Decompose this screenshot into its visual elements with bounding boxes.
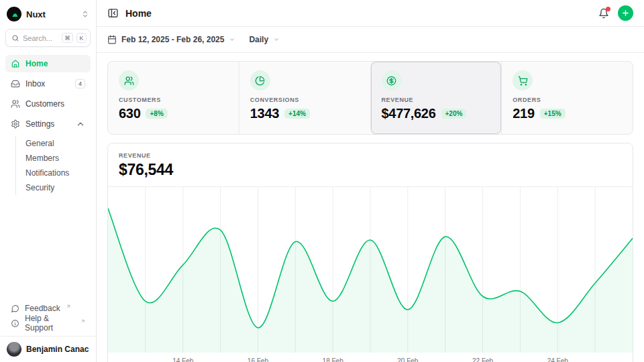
external-link-icon [66, 304, 71, 309]
dollar-circle-icon [382, 70, 402, 90]
sidebar-item-security[interactable]: Security [25, 180, 91, 195]
chevron-down-icon [273, 36, 280, 43]
search-input[interactable]: Search... ⌘ K [5, 29, 91, 47]
period-select[interactable]: Daily [249, 35, 280, 44]
stat-card-revenue[interactable]: REVENUE $477,626 +20% [370, 62, 502, 134]
chart-current-value: $76,544 [119, 161, 622, 179]
user-avatar [7, 342, 21, 357]
kbd-k: K [76, 33, 87, 43]
sidebar-item-customers[interactable]: Customers [5, 95, 91, 113]
notifications-button[interactable] [598, 8, 609, 19]
chart-plot-area[interactable] [108, 187, 633, 353]
collapse-sidebar-button[interactable] [107, 7, 119, 19]
stat-card-orders[interactable]: ORDERS 219 +15% [501, 62, 633, 134]
x-tick-label: 24 Feb [547, 357, 568, 362]
sidebar: Nuxt Search... ⌘ K Home Inbox 4 Customer… [0, 0, 97, 362]
delta-badge: +15% [540, 109, 566, 119]
delta-badge: +8% [146, 109, 167, 119]
feedback-bubble-icon [11, 304, 19, 313]
delta-badge: +20% [441, 109, 467, 119]
cart-icon [513, 70, 533, 90]
help-support-label: Help & Support [25, 314, 75, 333]
users-icon [11, 99, 20, 109]
sidebar-item-label: Settings [25, 119, 54, 129]
sidebar-item-home[interactable]: Home [5, 55, 91, 72]
sidebar-item-general[interactable]: General [25, 136, 91, 151]
x-tick-label: 22 Feb [472, 357, 493, 362]
page-title: Home [125, 8, 152, 19]
inbox-icon [11, 79, 20, 88]
page-content: CUSTOMERS 630 +8% CONVERSIONS 1343 +14% [97, 53, 644, 362]
stat-label: CUSTOMERS [119, 97, 228, 103]
feedback-label: Feedback [25, 304, 60, 313]
stat-label: CONVERSIONS [250, 97, 360, 103]
filters-toolbar: Feb 12, 2025 - Feb 26, 2025 Daily [97, 27, 644, 53]
revenue-chart-panel: REVENUE $76,544 14 Feb16 Feb18 Feb20 Feb… [107, 143, 633, 362]
chevron-up-icon [76, 119, 85, 129]
chevrons-up-down-icon [81, 10, 89, 18]
sidebar-item-inbox[interactable]: Inbox 4 [5, 75, 91, 93]
sidebar-spacer [0, 196, 96, 301]
stat-card-conversions[interactable]: CONVERSIONS 1343 +14% [239, 62, 370, 134]
header-actions [598, 5, 633, 21]
x-tick-label: 14 Feb [172, 357, 193, 362]
gear-icon [11, 119, 20, 129]
chart-header: REVENUE $76,544 [108, 143, 633, 187]
delta-badge: +14% [284, 109, 310, 119]
panel-left-close-icon [107, 7, 119, 19]
inbox-count-badge: 4 [75, 79, 85, 89]
search-placeholder: Search... [23, 34, 58, 42]
users-icon [119, 70, 139, 90]
sidebar-item-members[interactable]: Members [25, 151, 91, 166]
period-value: Daily [249, 35, 268, 44]
sidebar-item-label: Home [25, 59, 48, 68]
info-circle-icon [11, 319, 19, 328]
main-area: Home Feb 12, 2025 - Feb 26, 2025 Daily [97, 0, 644, 362]
stat-value: 219 [513, 106, 534, 121]
plus-icon [621, 9, 630, 17]
stat-value: 630 [119, 106, 140, 121]
stats-panel: CUSTOMERS 630 +8% CONVERSIONS 1343 +14% [107, 61, 633, 135]
revenue-area-chart [108, 187, 633, 353]
user-menu[interactable]: Benjamin Canac [0, 336, 96, 362]
workspace-switcher[interactable]: Nuxt [0, 0, 96, 27]
sidebar-item-label: Customers [25, 99, 64, 109]
user-name: Benjamin Canac [26, 345, 89, 354]
add-button[interactable] [618, 5, 633, 21]
sidebar-item-settings[interactable]: Settings [5, 115, 91, 133]
kbd-cmd: ⌘ [62, 33, 73, 43]
stat-value: 1343 [250, 106, 279, 121]
chevron-down-icon [229, 36, 235, 43]
x-tick-label: 16 Feb [248, 357, 268, 362]
stat-label: REVENUE [382, 97, 491, 103]
notification-dot [606, 7, 610, 11]
help-support-link[interactable]: Help & Support [5, 316, 91, 330]
sidebar-item-notifications[interactable]: Notifications [25, 166, 91, 180]
x-tick-label: 18 Feb [323, 357, 343, 362]
stat-card-customers[interactable]: CUSTOMERS 630 +8% [108, 62, 239, 134]
x-tick-label: 20 Feb [397, 357, 418, 362]
external-link-icon [80, 318, 85, 324]
chart-title: REVENUE [119, 152, 622, 159]
date-range-value: Feb 12, 2025 - Feb 26, 2025 [121, 35, 224, 44]
pie-chart-icon [250, 70, 270, 90]
sidebar-nav: Home Inbox 4 Customers Settings General … [0, 55, 96, 196]
search-icon [11, 34, 19, 42]
settings-sub-list: General Members Notifications Security [15, 136, 91, 195]
calendar-icon [107, 35, 117, 44]
nuxt-logo-icon [7, 7, 21, 21]
workspace-name: Nuxt [26, 9, 76, 19]
date-range-picker[interactable]: Feb 12, 2025 - Feb 26, 2025 [107, 35, 235, 44]
sidebar-footer: Feedback Help & Support [0, 301, 96, 336]
top-header: Home [97, 0, 644, 27]
sidebar-item-label: Inbox [25, 79, 45, 88]
stat-label: ORDERS [513, 97, 622, 103]
home-icon [11, 59, 20, 68]
chart-x-axis: 14 Feb16 Feb18 Feb20 Feb22 Feb24 Feb [108, 353, 633, 362]
stat-value: $477,626 [382, 106, 436, 121]
